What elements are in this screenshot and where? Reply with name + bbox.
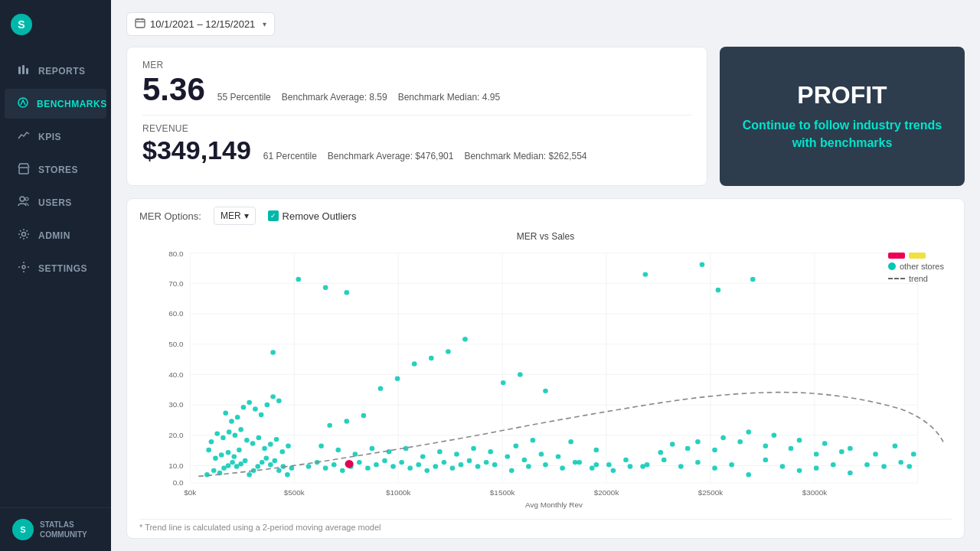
svg-text:$0k: $0k — [184, 488, 196, 497]
svg-rect-0 — [18, 67, 21, 74]
svg-point-190 — [789, 446, 794, 451]
svg-point-120 — [459, 462, 464, 467]
svg-rect-1 — [22, 65, 24, 74]
svg-point-143 — [623, 458, 629, 462]
svg-point-178 — [797, 468, 802, 473]
chart-legend: other stores trend — [888, 253, 944, 283]
reports-icon — [17, 64, 31, 78]
svg-point-170 — [662, 458, 667, 462]
svg-point-175 — [746, 472, 751, 477]
svg-point-74 — [209, 439, 214, 444]
svg-point-169 — [645, 462, 650, 467]
svg-point-203 — [822, 441, 828, 445]
svg-point-181 — [848, 471, 853, 475]
legend-other-stores-icon — [888, 262, 896, 270]
legend-other-stores-row: other stores — [888, 262, 944, 271]
svg-point-106 — [340, 468, 345, 473]
svg-point-49 — [211, 468, 217, 473]
svg-point-51 — [221, 466, 227, 471]
promo-title: PROFIT — [797, 81, 887, 109]
sidebar-item-settings[interactable]: Settings — [5, 253, 106, 283]
mer-benchmark-avg: Benchmark Average: 8.59 — [282, 92, 387, 103]
svg-point-154 — [501, 380, 506, 385]
svg-point-201 — [772, 433, 777, 438]
community-label: STATLAS COMMUNITY — [40, 520, 87, 540]
svg-point-88 — [223, 411, 228, 416]
svg-point-125 — [318, 444, 324, 448]
svg-point-121 — [467, 458, 472, 463]
svg-point-183 — [881, 464, 887, 468]
svg-point-116 — [424, 468, 430, 473]
svg-point-55 — [238, 461, 243, 466]
dropdown-arrow-icon: ▾ — [263, 20, 266, 28]
svg-point-160 — [531, 438, 536, 442]
svg-point-146 — [344, 419, 349, 423]
svg-point-207 — [906, 464, 912, 468]
svg-point-77 — [227, 429, 232, 434]
community-icon: S — [12, 519, 34, 540]
svg-point-163 — [543, 462, 548, 467]
sidebar-item-kpis-label: KPIs — [38, 132, 61, 142]
date-range-picker[interactable]: 10/1/2021 – 12/15/2021 ▾ — [126, 12, 275, 36]
svg-point-193 — [643, 272, 648, 277]
svg-point-81 — [250, 441, 256, 445]
svg-point-56 — [243, 458, 248, 463]
svg-point-165 — [577, 460, 582, 465]
svg-point-182 — [864, 462, 870, 467]
stats-promo-row: MER 5.36 55 Percentile Benchmark Average… — [126, 47, 965, 186]
svg-point-156 — [543, 389, 548, 393]
sidebar-item-users[interactable]: Users — [5, 187, 106, 217]
svg-point-111 — [382, 458, 387, 463]
sidebar-logo: S — [0, 0, 111, 49]
svg-text:60.0: 60.0 — [168, 310, 184, 318]
svg-point-206 — [893, 444, 898, 448]
svg-point-168 — [628, 464, 633, 468]
legend-user-color2 — [909, 253, 926, 259]
legend-user-color — [888, 253, 905, 259]
svg-point-197 — [670, 442, 675, 447]
svg-point-153 — [462, 337, 468, 341]
svg-point-66 — [260, 460, 265, 465]
svg-point-205 — [873, 452, 878, 456]
svg-point-187 — [712, 448, 717, 452]
svg-point-137 — [522, 458, 528, 462]
legend-user-row — [888, 253, 944, 259]
svg-point-184 — [898, 460, 903, 465]
svg-point-105 — [332, 462, 337, 467]
sidebar-item-stores[interactable]: Stores — [5, 155, 106, 184]
remove-outliers-label: Remove Outliers — [283, 210, 357, 222]
svg-point-90 — [235, 415, 240, 419]
svg-point-69 — [273, 458, 278, 463]
svg-point-167 — [611, 468, 616, 473]
svg-text:Avg Monthly Rev: Avg Monthly Rev — [525, 500, 583, 509]
chart-title: MER vs Sales — [139, 231, 952, 242]
sidebar-community[interactable]: S STATLAS COMMUNITY — [0, 507, 111, 551]
sidebar: S Reports Benchmarks KPIs Stores — [0, 0, 111, 551]
svg-point-185 — [658, 450, 663, 455]
mer-select-dropdown[interactable]: MER ▾ — [214, 207, 256, 225]
svg-point-61 — [237, 448, 242, 452]
sidebar-item-reports[interactable]: Reports — [5, 56, 106, 86]
remove-outliers-toggle[interactable]: ✓ Remove Outliers — [268, 210, 357, 222]
sidebar-item-admin[interactable]: Admin — [5, 220, 106, 250]
sidebar-item-benchmarks[interactable]: Benchmarks — [5, 89, 106, 119]
sidebar-item-benchmarks-label: Benchmarks — [37, 99, 107, 109]
svg-text:$3000k: $3000k — [802, 488, 828, 497]
svg-point-87 — [286, 444, 291, 448]
svg-point-135 — [488, 449, 493, 454]
legend-other-stores-label: other stores — [900, 262, 944, 271]
svg-point-48 — [204, 472, 210, 477]
revenue-label: Revenue — [142, 123, 691, 134]
svg-point-191 — [814, 452, 819, 456]
mer-benchmarks: 55 Percentile Benchmark Average: 8.59 Be… — [217, 92, 500, 103]
svg-point-93 — [253, 406, 258, 411]
svg-point-76 — [220, 435, 226, 440]
sidebar-item-kpis[interactable]: KPIs — [5, 122, 106, 152]
svg-text:70.0: 70.0 — [168, 279, 184, 288]
svg-point-117 — [433, 464, 439, 468]
svg-point-119 — [450, 466, 456, 471]
svg-point-62 — [206, 448, 211, 452]
svg-text:20.0: 20.0 — [168, 431, 184, 439]
svg-point-5 — [20, 197, 24, 201]
svg-point-8 — [22, 266, 25, 269]
